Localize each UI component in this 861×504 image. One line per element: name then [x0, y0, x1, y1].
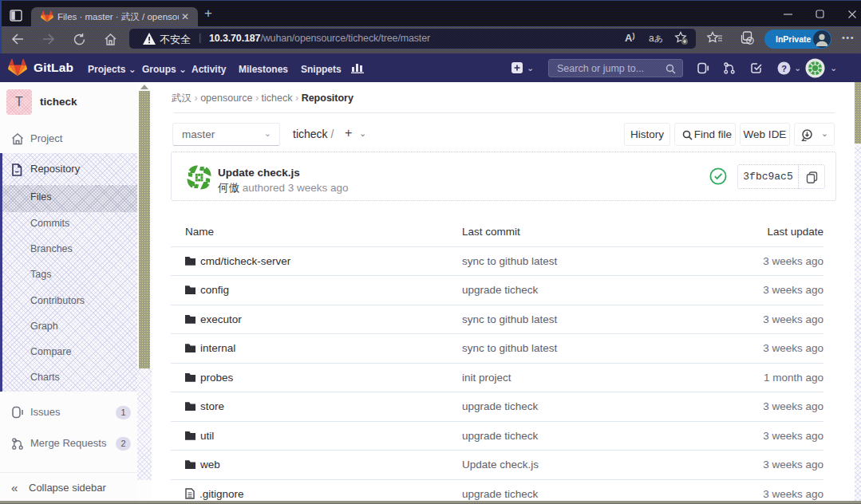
svg-text:?: ?: [781, 64, 787, 73]
